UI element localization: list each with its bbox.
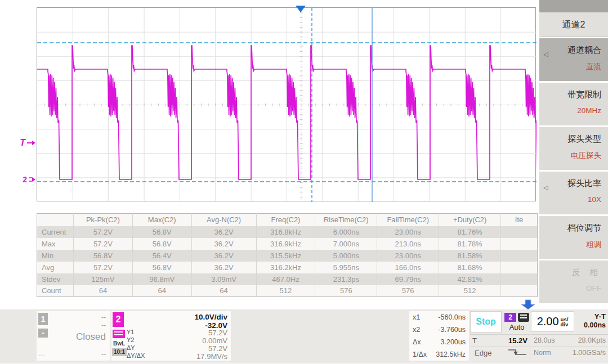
measure-column-header: +Duty(C2) — [439, 214, 501, 226]
sidebar-item-3[interactable]: ◁探头比率10X — [539, 172, 608, 214]
trigger-level-prefix: T — [472, 336, 477, 345]
measure-value: 3.09mV — [191, 273, 256, 285]
bandwidth-limit-badge: BwL — [113, 340, 125, 347]
trigger-mode[interactable]: Auto — [504, 323, 529, 331]
probe-ratio-badge: 10:1 — [112, 348, 127, 356]
measure-row-current: Current57.2V56.8V36.2V316.8kHz6.000ns23.… — [37, 226, 538, 238]
trigger-position-marker-icon[interactable] — [296, 6, 306, 12]
measure-value: 42.81% — [439, 273, 501, 285]
channel2-panel[interactable]: 2 10.0V/div -32.0V BwL 10:1 Y157.2VY20.0… — [111, 311, 231, 361]
channel1-extra: -- — [101, 350, 106, 358]
sidebar-title: 通道2 — [539, 12, 608, 37]
measure-value — [501, 250, 538, 262]
waveform-display[interactable] — [37, 7, 536, 201]
sidebar-item-value: OFF — [586, 284, 601, 293]
submenu-left-arrow-icon: ◁ — [543, 184, 548, 191]
horizontal-delay: 0.00ns — [584, 321, 606, 329]
bottom-edge — [0, 362, 608, 364]
measure-column-header: FallTime(C2) — [377, 214, 439, 226]
measure-value: 467.0Hz — [256, 273, 315, 285]
channel2-ground-marker[interactable]: 2 — [17, 175, 36, 184]
sidebar-item-4[interactable]: 档位调节粗调 — [539, 216, 608, 259]
measure-value: 36.2V — [191, 262, 256, 273]
scroll-down-arrow-icon[interactable] — [520, 299, 536, 311]
sidebar-item-label: 带宽限制 — [567, 89, 601, 100]
measure-row-min: Min56.8V56.4V36.2V315.5kHz5.000ns23.00ns… — [37, 250, 538, 262]
measure-column-header: Avg-N(C2) — [191, 214, 256, 226]
sidebar-item-label: 通道耦合 — [567, 45, 601, 56]
measure-row-avg: Avg57.2V56.8V36.2V316.2kHz5.955ns166.0ns… — [37, 262, 538, 273]
cursor-row-x2: x2-3.760us — [413, 323, 466, 336]
measure-value: 56.8V — [132, 262, 191, 273]
trigger-level-marker[interactable]: T — [15, 138, 36, 148]
submenu-left-arrow-icon: ◁ — [543, 51, 548, 58]
measure-row-label: Current — [37, 226, 74, 238]
display-mode: Y-T — [594, 312, 606, 321]
run-state-button[interactable]: Stop — [470, 311, 502, 332]
sample-rate: 1.00GSa/s — [573, 349, 606, 357]
sidebar-item-label: 档位调节 — [567, 223, 601, 233]
measure-value: 5.955ns — [315, 262, 377, 273]
measure-column-header: Max(C2) — [132, 214, 191, 226]
cursor-row-x1: x1-560.0ns — [413, 311, 466, 323]
measure-column-header — [37, 214, 74, 226]
channel2-readout-row: Y20.00mV — [127, 336, 227, 344]
measure-value: 231.3ps — [315, 273, 377, 285]
measure-value: 81.68% — [439, 262, 501, 273]
measure-value: 23.00ns — [377, 250, 439, 262]
acquisition-mode: Norm — [534, 349, 551, 357]
measure-value: 64 — [73, 285, 132, 297]
measure-value: 316.2kHz — [256, 262, 315, 273]
sidebar-item-2[interactable]: 探头类型电压探头 — [539, 127, 608, 170]
channel2-badge: 2 — [113, 312, 124, 327]
cursor-row-1-Δx: 1/Δx312.5kHz — [413, 348, 466, 361]
trigger-panel[interactable]: Stop 2 Auto T 15.2V Edge — [470, 311, 530, 361]
measure-value — [501, 273, 538, 285]
channel2-readout-row: ΔY/ΔX17.9MV/s — [127, 352, 227, 360]
timebase-unit: us/ div — [561, 317, 569, 327]
falling-edge-icon — [507, 348, 527, 358]
timebase-scale-button[interactable]: 2.00 us/ div — [531, 311, 574, 332]
measure-row-label: Stdev — [37, 273, 74, 285]
cursor-row-Δx: Δx3.200us — [413, 336, 466, 348]
measure-row-stdev: Stdev125mV96.8mV3.09mV467.0Hz231.3ps69.7… — [37, 273, 538, 285]
measure-value: 96.8mV — [132, 273, 191, 285]
trigger-source-badge: 2 — [504, 313, 516, 322]
ground-marker-label: 2 — [23, 175, 27, 184]
measure-value: 64 — [191, 285, 256, 297]
channel2-readout-row: Y157.2V — [127, 329, 227, 336]
trigger-type[interactable]: Edge — [475, 349, 491, 357]
dc-coupling-icon — [113, 330, 125, 338]
measure-value: 316.9kHz — [256, 238, 315, 250]
measure-value — [501, 226, 538, 238]
measure-value: 7.000ns — [315, 238, 377, 250]
cursor-readout-panel[interactable]: x1-560.0nsx2-3.760usΔx3.200us1/Δx312.5kH… — [409, 311, 469, 361]
measure-value: 69.79ns — [377, 273, 439, 285]
measure-value: 213.0ns — [377, 238, 439, 250]
measure-value: 23.00ns — [377, 226, 439, 238]
measure-value: 316.8kHz — [256, 226, 315, 238]
measure-value: 125mV — [73, 273, 132, 285]
measure-value: 36.2V — [191, 250, 256, 262]
measure-value: 56.8V — [132, 226, 191, 238]
sidebar-item-0[interactable]: ◁通道耦合直流 — [539, 38, 608, 81]
memory-depth: 28.0Kpts — [578, 336, 606, 344]
sidebar-item-1[interactable]: 带宽限制20MHz — [539, 83, 608, 125]
channel1-panel[interactable]: 1 -- -- - Closed -:- -- — [37, 311, 110, 361]
timebase-panel[interactable]: 2.00 us/ div Y-T 0.00ns 28.0us 28.0Kpts … — [531, 311, 608, 361]
channel1-badge: 1 — [38, 313, 48, 325]
channel1-state: Closed — [76, 331, 106, 343]
measure-value: 81.58% — [439, 250, 501, 262]
measure-value: 64 — [132, 285, 191, 297]
measure-value: 57.2V — [73, 262, 132, 273]
status-bar: ZLG® 1 -- -- - Closed -:- -- 2 10.0V/div… — [0, 309, 608, 362]
trigger-level-label: T — [20, 138, 25, 148]
channel1-offset: -- — [101, 321, 106, 329]
measure-row-count: Count646464512576576512 — [37, 285, 538, 297]
sidebar-item-5: 反 相OFF — [539, 260, 608, 303]
measure-value: 36.2V — [191, 238, 256, 250]
channel1-scale: -- — [101, 313, 106, 321]
waveform-canvas[interactable] — [37, 8, 537, 202]
measure-value: 57.2V — [73, 238, 132, 250]
measure-value: 6.000ns — [315, 226, 377, 238]
